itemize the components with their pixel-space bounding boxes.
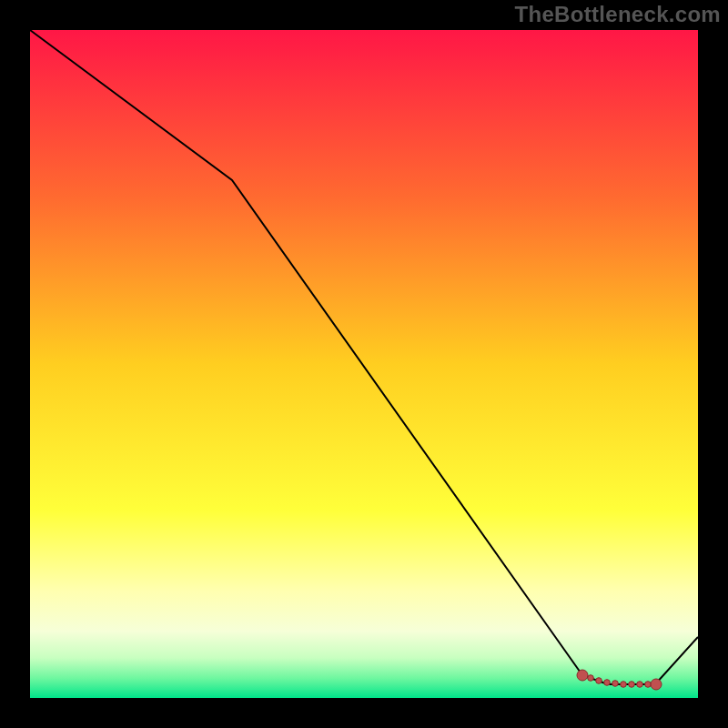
chart-container: { "watermark": "TheBottleneck.com", "cha… — [0, 0, 728, 728]
marker-dot — [612, 681, 619, 687]
chart-svg — [0, 0, 728, 728]
marker-dot — [637, 682, 643, 688]
marker-dot — [629, 682, 635, 688]
marker-dot — [621, 682, 627, 688]
marker-dot — [588, 675, 594, 682]
marker-dot — [645, 682, 652, 688]
marker-dot — [604, 680, 611, 686]
marker-dot — [577, 670, 588, 681]
plot-background — [30, 30, 698, 698]
marker-dot — [596, 678, 602, 684]
marker-dot — [651, 679, 662, 690]
